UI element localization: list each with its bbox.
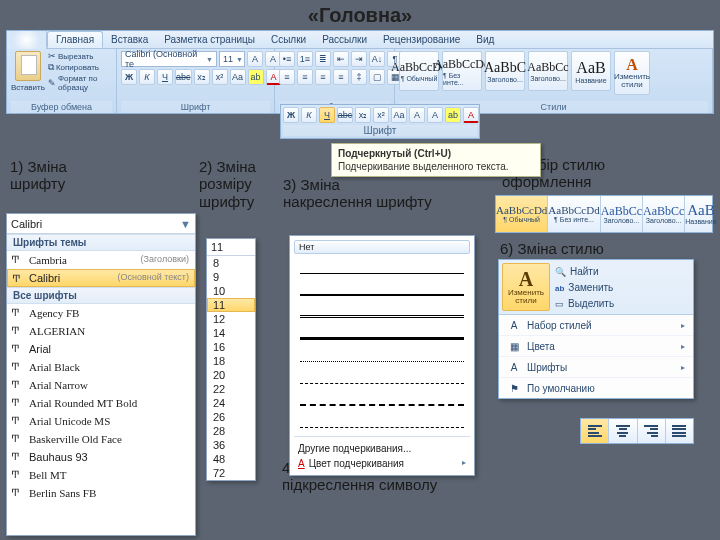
dec-indent-button[interactable]: ⇤ — [333, 51, 349, 67]
paste-icon[interactable] — [15, 51, 41, 81]
align-right-button[interactable]: ≡ — [315, 69, 331, 85]
office-button[interactable] — [7, 31, 47, 49]
size-item[interactable]: 16 — [207, 340, 255, 354]
size-item[interactable]: 20 — [207, 368, 255, 382]
tab-home[interactable]: Главная — [47, 31, 103, 48]
copy-button[interactable]: Копировать — [48, 62, 112, 73]
size-item[interactable]: 9 — [207, 270, 255, 284]
size-item[interactable]: 24 — [207, 396, 255, 410]
underline-style[interactable] — [300, 282, 464, 296]
tab-insert[interactable]: Вставка — [103, 32, 156, 47]
mini-case-button[interactable]: Aa — [391, 107, 407, 123]
size-item[interactable]: 72 — [207, 466, 255, 480]
tab-references[interactable]: Ссылки — [263, 32, 314, 47]
style-tile[interactable]: AaBНазвание — [571, 51, 611, 91]
change-menu-item[interactable]: AШрифты▸ — [499, 357, 693, 378]
font-item[interactable]: ͲALGERIAN — [7, 322, 195, 340]
replace-button[interactable]: Заменить — [553, 281, 690, 294]
mini-color-button[interactable]: A — [463, 107, 479, 123]
align-left-button[interactable]: ≡ — [279, 69, 295, 85]
superscript-button[interactable]: x² — [212, 69, 228, 85]
style-gallery-tile[interactable]: AaBbCcЗаголово... — [601, 196, 643, 232]
size-item[interactable]: 26 — [207, 410, 255, 424]
tab-mailings[interactable]: Рассылки — [314, 32, 375, 47]
mini-italic-button[interactable]: К — [301, 107, 317, 123]
font-item[interactable]: ͲArial Black — [7, 358, 195, 376]
size-item[interactable]: 14 — [207, 326, 255, 340]
mini-strike-button[interactable]: abc — [337, 107, 353, 123]
change-styles-button[interactable]: AИзменить стили — [614, 51, 650, 95]
style-tile[interactable]: AaBbCcDd¶ Без инте... — [442, 51, 482, 91]
mini-underline-button[interactable]: Ч — [319, 107, 335, 123]
font-item[interactable]: ͲArial Unicode MS — [7, 412, 195, 430]
style-tile[interactable]: AaBbCcDd¶ Обычный — [399, 51, 439, 91]
change-menu-item[interactable]: ▦Цвета▸ — [499, 336, 693, 357]
underline-more[interactable]: Другие подчеркивания... — [294, 441, 470, 456]
size-combo-head[interactable]: 11 — [207, 239, 255, 256]
underline-style[interactable] — [300, 370, 464, 384]
font-item-selected[interactable]: ͲCalibri(Основной текст) — [7, 269, 195, 287]
style-tile[interactable]: AaBbCcЗаголово... — [528, 51, 568, 91]
mini-shrink-button[interactable]: A — [427, 107, 443, 123]
align-justify-button[interactable] — [666, 419, 693, 443]
shading-button[interactable]: ▢ — [369, 69, 385, 85]
mini-sup-button[interactable]: x² — [373, 107, 389, 123]
inc-indent-button[interactable]: ⇥ — [351, 51, 367, 67]
font-combo-head[interactable]: Calibri▼ — [7, 214, 195, 234]
format-painter-button[interactable]: Формат по образцу — [48, 74, 112, 92]
mini-grow-button[interactable]: A — [409, 107, 425, 123]
line-spacing-button[interactable]: ‡ — [351, 69, 367, 85]
tab-review[interactable]: Рецензирование — [375, 32, 468, 47]
select-button[interactable]: Выделить — [553, 297, 690, 310]
change-menu-item[interactable]: AНабор стилей▸ — [499, 315, 693, 336]
align-left-button[interactable] — [581, 419, 609, 443]
underline-style[interactable] — [300, 304, 464, 318]
font-item[interactable]: ͲBaskerville Old Face — [7, 430, 195, 448]
font-item[interactable]: ͲArial Narrow — [7, 376, 195, 394]
italic-button[interactable]: К — [139, 69, 155, 85]
underline-style[interactable] — [300, 326, 464, 340]
style-gallery-tile[interactable]: AaBНазвание — [685, 196, 716, 232]
size-item[interactable]: 11 — [207, 298, 255, 312]
underline-button[interactable]: Ч — [157, 69, 173, 85]
style-gallery-tile[interactable]: AaBbCcЗаголово... — [643, 196, 685, 232]
highlight-button[interactable]: ab — [248, 69, 264, 85]
align-right-button[interactable] — [638, 419, 666, 443]
numbering-button[interactable]: 1≡ — [297, 51, 313, 67]
grow-font-button[interactable]: A — [247, 51, 263, 67]
change-styles-big-button[interactable]: A Изменить стили — [502, 263, 550, 311]
font-item[interactable]: ͲBauhaus 93 — [7, 448, 195, 466]
font-item[interactable]: ͲBerlin Sans FB — [7, 484, 195, 502]
font-size-combo[interactable]: 11▼ — [219, 51, 245, 67]
font-item[interactable]: ͲArial — [7, 340, 195, 358]
size-item[interactable]: 8 — [207, 256, 255, 270]
underline-color[interactable]: AЦвет подчеркивания▸ — [294, 456, 470, 471]
align-center-button[interactable] — [609, 419, 637, 443]
font-name-combo[interactable]: Calibri (Основной те▼ — [121, 51, 217, 67]
underline-style[interactable] — [300, 392, 464, 406]
size-item[interactable]: 18 — [207, 354, 255, 368]
underline-style[interactable] — [300, 260, 464, 274]
cut-button[interactable]: Вырезать — [48, 51, 112, 61]
change-case-button[interactable]: Aa — [230, 69, 246, 85]
size-item[interactable]: 36 — [207, 438, 255, 452]
strike-button[interactable]: abc — [175, 69, 192, 85]
size-item[interactable]: 12 — [207, 312, 255, 326]
style-tile[interactable]: AaBbCЗаголово... — [485, 51, 525, 91]
font-item[interactable]: ͲArial Rounded MT Bold — [7, 394, 195, 412]
font-item[interactable]: ͲAgency FB — [7, 304, 195, 322]
align-justify-button[interactable]: ≡ — [333, 69, 349, 85]
multilevel-button[interactable]: ≣ — [315, 51, 331, 67]
sort-button[interactable]: A↓ — [369, 51, 385, 67]
bullets-button[interactable]: •≡ — [279, 51, 295, 67]
style-gallery-tile[interactable]: AaBbCcDd¶ Обычный — [496, 196, 548, 232]
size-item[interactable]: 48 — [207, 452, 255, 466]
underline-none[interactable]: Нет — [294, 240, 470, 254]
style-gallery-tile[interactable]: AaBbCcDd¶ Без инте... — [548, 196, 600, 232]
mini-sub-button[interactable]: x₂ — [355, 107, 371, 123]
mini-highlight-button[interactable]: ab — [445, 107, 461, 123]
bold-button[interactable]: Ж — [121, 69, 137, 85]
size-item[interactable]: 22 — [207, 382, 255, 396]
size-item[interactable]: 28 — [207, 424, 255, 438]
find-button[interactable]: Найти — [553, 265, 690, 278]
